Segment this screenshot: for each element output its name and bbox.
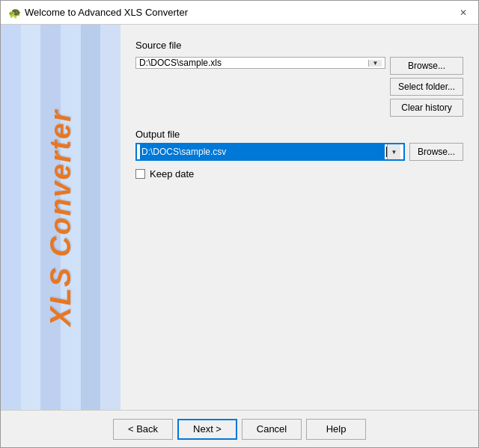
source-dropdown-btn[interactable]: ▼ — [368, 60, 382, 67]
footer: < Back Next > Cancel Help — [1, 410, 478, 447]
clear-history-button[interactable]: Clear history — [390, 99, 463, 117]
sidebar: XLS Converter — [1, 25, 120, 410]
stripe-5 — [81, 25, 101, 410]
output-label: Output file — [135, 129, 463, 140]
title-bar: 🐢 Welcome to Advanced XLS Converter ✕ — [1, 1, 478, 25]
source-right: Browse... Select folder... Clear history — [390, 57, 463, 117]
source-group: D:\DOCS\sample.xls ▼ Browse... Select fo… — [135, 57, 463, 117]
keep-date-checkbox[interactable] — [135, 169, 145, 179]
title-bar-left: 🐢 Welcome to Advanced XLS Converter — [8, 7, 188, 19]
keep-date-row: Keep date — [135, 168, 463, 179]
main-panel: Source file D:\DOCS\sample.xls ▼ Browse.… — [120, 25, 478, 410]
content-area: XLS Converter Source file D:\DOCS\sample… — [1, 25, 478, 410]
source-left: D:\DOCS\sample.xls ▼ — [135, 57, 385, 69]
stripe-2 — [21, 25, 41, 410]
select-folder-button[interactable]: Select folder... — [390, 78, 463, 96]
stripe-6 — [100, 25, 120, 410]
stripe-1 — [1, 25, 21, 410]
output-row: D:\DOCS\sample.csv ▼ Browse... — [135, 143, 463, 161]
browse-source-button[interactable]: Browse... — [390, 57, 463, 75]
source-section: Source file D:\DOCS\sample.xls ▼ Browse.… — [135, 40, 463, 117]
browse-output-button[interactable]: Browse... — [409, 143, 463, 161]
help-button[interactable]: Help — [306, 419, 366, 440]
title-text: Welcome to Advanced XLS Converter — [25, 7, 188, 18]
next-button[interactable]: Next > — [177, 419, 237, 440]
source-file-combo[interactable]: D:\DOCS\sample.xls ▼ — [135, 57, 385, 69]
close-button[interactable]: ✕ — [456, 5, 471, 20]
sidebar-text: XLS Converter — [45, 109, 77, 326]
back-button[interactable]: < Back — [113, 419, 173, 440]
source-file-value: D:\DOCS\sample.xls — [139, 58, 368, 68]
output-file-value: D:\DOCS\sample.csv — [140, 144, 385, 159]
output-section: Output file D:\DOCS\sample.csv ▼ Browse.… — [135, 129, 463, 179]
source-label: Source file — [135, 40, 463, 51]
output-dropdown-btn[interactable]: ▼ — [387, 144, 400, 159]
app-icon: 🐢 — [8, 7, 20, 19]
main-window: 🐢 Welcome to Advanced XLS Converter ✕ XL… — [0, 0, 479, 448]
cancel-button[interactable]: Cancel — [242, 419, 302, 440]
spacer — [135, 179, 463, 402]
output-file-combo[interactable]: D:\DOCS\sample.csv ▼ — [135, 143, 405, 161]
keep-date-label: Keep date — [150, 168, 194, 179]
